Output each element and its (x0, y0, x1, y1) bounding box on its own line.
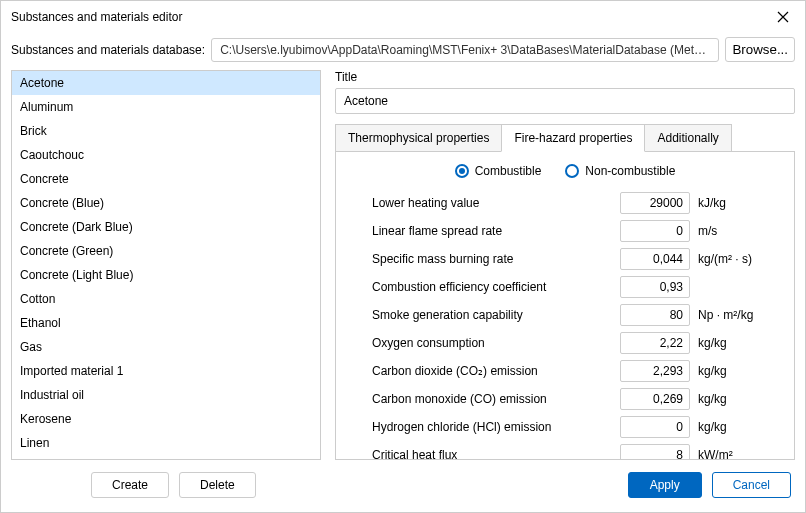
right-panel: Title Thermophysical properties Fire-haz… (321, 70, 795, 460)
materials-listbox[interactable]: AcetoneAluminumBrickCaoutchoucConcreteCo… (11, 70, 321, 460)
create-button[interactable]: Create (91, 472, 169, 498)
property-label: Carbon dioxide (CO₂) emission (352, 364, 620, 378)
property-label: Hydrogen chloride (HCl) emission (352, 420, 620, 434)
property-value-input[interactable] (620, 248, 690, 270)
list-item[interactable]: Concrete (Green) (12, 239, 320, 263)
list-item[interactable]: Linen (12, 431, 320, 455)
left-panel: AcetoneAluminumBrickCaoutchoucConcreteCo… (11, 70, 321, 460)
property-value-input[interactable] (620, 304, 690, 326)
property-row: Lower heating valuekJ/kg (352, 192, 778, 214)
radio-noncombustible[interactable]: Non-combustible (565, 164, 675, 178)
apply-button[interactable]: Apply (628, 472, 702, 498)
property-unit: kW/m² (698, 448, 778, 460)
property-row: Carbon monoxide (CO) emissionkg/kg (352, 388, 778, 410)
property-label: Carbon monoxide (CO) emission (352, 392, 620, 406)
property-row: Oxygen consumptionkg/kg (352, 332, 778, 354)
properties-container: Lower heating valuekJ/kgLinear flame spr… (352, 192, 778, 460)
list-item[interactable]: Caoutchouc (12, 143, 320, 167)
property-unit: Np · m²/kg (698, 308, 778, 322)
radio-combustible-label: Combustible (475, 164, 542, 178)
footer-right: Apply Cancel (628, 472, 791, 498)
tab-additionally[interactable]: Additionally (644, 124, 731, 152)
property-value-input[interactable] (620, 416, 690, 438)
list-item[interactable]: Aluminum (12, 95, 320, 119)
property-row: Combustion efficiency coefficient (352, 276, 778, 298)
footer: Create Delete Apply Cancel (1, 460, 805, 512)
radio-noncombustible-label: Non-combustible (585, 164, 675, 178)
property-row: Smoke generation capabilityNp · m²/kg (352, 304, 778, 326)
database-label: Substances and materials database: (11, 43, 205, 57)
property-value-input[interactable] (620, 332, 690, 354)
list-item[interactable]: Acetone (12, 71, 320, 95)
property-unit: kg/kg (698, 392, 778, 406)
list-item[interactable]: Gas (12, 335, 320, 359)
property-value-input[interactable] (620, 192, 690, 214)
property-unit: kg/kg (698, 364, 778, 378)
window: Substances and materials editor Substanc… (0, 0, 806, 513)
delete-button[interactable]: Delete (179, 472, 256, 498)
tab-content: Combustible Non-combustible Lower heatin… (335, 151, 795, 460)
property-label: Oxygen consumption (352, 336, 620, 350)
title-input[interactable] (335, 88, 795, 114)
list-item[interactable]: Imported material 1 (12, 359, 320, 383)
list-item[interactable]: Concrete (12, 167, 320, 191)
property-label: Combustion efficiency coefficient (352, 280, 620, 294)
database-path[interactable]: C:\Users\e.lyubimov\AppData\Roaming\MST\… (211, 38, 719, 62)
tabs: Thermophysical properties Fire-hazard pr… (335, 124, 795, 152)
property-unit: kg/kg (698, 420, 778, 434)
close-icon (777, 11, 789, 23)
tab-fire-hazard[interactable]: Fire-hazard properties (501, 124, 645, 152)
radio-combustible[interactable]: Combustible (455, 164, 542, 178)
property-row: Linear flame spread ratem/s (352, 220, 778, 242)
cancel-button[interactable]: Cancel (712, 472, 791, 498)
list-item[interactable]: Brick (12, 119, 320, 143)
property-value-input[interactable] (620, 220, 690, 242)
property-unit: kg/kg (698, 336, 778, 350)
list-item[interactable]: Concrete (Dark Blue) (12, 215, 320, 239)
property-unit: kg/(m² · s) (698, 252, 778, 266)
property-row: Carbon dioxide (CO₂) emissionkg/kg (352, 360, 778, 382)
list-item[interactable]: Cotton (12, 287, 320, 311)
window-title: Substances and materials editor (11, 10, 182, 24)
property-label: Lower heating value (352, 196, 620, 210)
main-area: AcetoneAluminumBrickCaoutchoucConcreteCo… (1, 70, 805, 460)
property-row: Hydrogen chloride (HCl) emissionkg/kg (352, 416, 778, 438)
property-label: Linear flame spread rate (352, 224, 620, 238)
list-item[interactable]: Concrete (Light Blue) (12, 263, 320, 287)
property-value-input[interactable] (620, 388, 690, 410)
property-unit: kJ/kg (698, 196, 778, 210)
property-label: Specific mass burning rate (352, 252, 620, 266)
title-label: Title (335, 70, 795, 84)
property-row: Specific mass burning ratekg/(m² · s) (352, 248, 778, 270)
property-value-input[interactable] (620, 276, 690, 298)
list-item[interactable]: Concrete (Blue) (12, 191, 320, 215)
property-label: Smoke generation capability (352, 308, 620, 322)
footer-left: Create Delete (91, 472, 256, 498)
list-item[interactable]: Ethanol (12, 311, 320, 335)
radio-dot-icon (455, 164, 469, 178)
property-row: Critical heat fluxkW/m² (352, 444, 778, 460)
tab-thermophysical[interactable]: Thermophysical properties (335, 124, 502, 152)
property-label: Critical heat flux (352, 448, 620, 460)
property-value-input[interactable] (620, 444, 690, 460)
radio-dot-icon (565, 164, 579, 178)
browse-button[interactable]: Browse... (725, 37, 795, 62)
database-row: Substances and materials database: C:\Us… (1, 33, 805, 70)
property-value-input[interactable] (620, 360, 690, 382)
close-button[interactable] (771, 5, 795, 29)
combustible-radio-group: Combustible Non-combustible (352, 164, 778, 178)
list-item[interactable]: Kerosene (12, 407, 320, 431)
property-unit: m/s (698, 224, 778, 238)
titlebar: Substances and materials editor (1, 1, 805, 33)
list-item[interactable]: Industrial oil (12, 383, 320, 407)
